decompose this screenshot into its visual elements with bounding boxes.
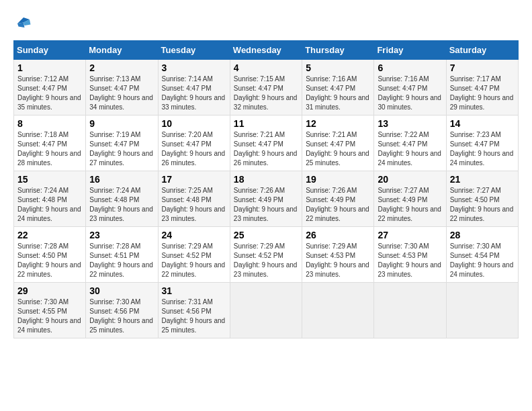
day-cell [446, 283, 518, 338]
day-number: 31 [162, 285, 226, 296]
day-number: 16 [89, 174, 154, 185]
day-info: Sunrise: 7:25 AM Sunset: 4:48 PM Dayligh… [162, 186, 226, 224]
header-sunday: Sunday [14, 41, 86, 60]
day-info: Sunrise: 7:30 AM Sunset: 4:54 PM Dayligh… [450, 242, 515, 279]
day-number: 23 [89, 230, 154, 240]
week-row-5: 29Sunrise: 7:30 AM Sunset: 4:55 PM Dayli… [14, 283, 519, 338]
day-cell: 29Sunrise: 7:30 AM Sunset: 4:55 PM Dayli… [14, 283, 86, 338]
day-number: 9 [89, 118, 154, 129]
header-thursday: Thursday [302, 41, 374, 60]
day-cell: 14Sunrise: 7:23 AM Sunset: 4:47 PM Dayli… [446, 116, 518, 171]
day-number: 28 [450, 230, 515, 240]
day-number: 13 [378, 118, 442, 129]
week-row-4: 22Sunrise: 7:28 AM Sunset: 4:50 PM Dayli… [14, 227, 519, 283]
day-info: Sunrise: 7:28 AM Sunset: 4:50 PM Dayligh… [17, 242, 82, 279]
day-info: Sunrise: 7:13 AM Sunset: 4:47 PM Dayligh… [89, 75, 154, 112]
day-number: 2 [89, 62, 154, 73]
day-cell: 25Sunrise: 7:29 AM Sunset: 4:52 PM Dayli… [230, 227, 302, 283]
week-row-2: 8Sunrise: 7:18 AM Sunset: 4:47 PM Daylig… [14, 116, 519, 171]
day-number: 15 [17, 174, 82, 185]
day-cell: 11Sunrise: 7:21 AM Sunset: 4:47 PM Dayli… [230, 116, 302, 171]
day-number: 8 [17, 118, 82, 129]
day-info: Sunrise: 7:23 AM Sunset: 4:47 PM Dayligh… [450, 130, 515, 168]
day-number: 22 [17, 230, 82, 240]
day-info: Sunrise: 7:27 AM Sunset: 4:50 PM Dayligh… [450, 186, 515, 224]
day-info: Sunrise: 7:24 AM Sunset: 4:48 PM Dayligh… [17, 186, 82, 224]
day-cell: 20Sunrise: 7:27 AM Sunset: 4:49 PM Dayli… [374, 171, 446, 227]
day-number: 12 [306, 118, 370, 129]
day-cell: 5Sunrise: 7:16 AM Sunset: 4:47 PM Daylig… [302, 60, 374, 116]
day-info: Sunrise: 7:17 AM Sunset: 4:47 PM Dayligh… [450, 75, 515, 112]
day-info: Sunrise: 7:21 AM Sunset: 4:47 PM Dayligh… [234, 130, 298, 168]
day-cell: 13Sunrise: 7:22 AM Sunset: 4:47 PM Dayli… [374, 116, 446, 171]
day-cell: 23Sunrise: 7:28 AM Sunset: 4:51 PM Dayli… [86, 227, 158, 283]
day-cell: 6Sunrise: 7:16 AM Sunset: 4:47 PM Daylig… [374, 60, 446, 116]
calendar-body: 1Sunrise: 7:12 AM Sunset: 4:47 PM Daylig… [14, 60, 519, 338]
calendar-header: SundayMondayTuesdayWednesdayThursdayFrid… [14, 41, 519, 60]
logo [13, 13, 36, 34]
day-cell: 28Sunrise: 7:30 AM Sunset: 4:54 PM Dayli… [446, 227, 518, 283]
day-cell: 12Sunrise: 7:21 AM Sunset: 4:47 PM Dayli… [302, 116, 374, 171]
day-number: 30 [89, 285, 154, 296]
header-row: SundayMondayTuesdayWednesdayThursdayFrid… [14, 41, 519, 60]
day-info: Sunrise: 7:15 AM Sunset: 4:47 PM Dayligh… [234, 75, 298, 112]
day-number: 20 [378, 174, 442, 185]
week-row-3: 15Sunrise: 7:24 AM Sunset: 4:48 PM Dayli… [14, 171, 519, 227]
day-cell: 3Sunrise: 7:14 AM Sunset: 4:47 PM Daylig… [158, 60, 230, 116]
day-cell: 9Sunrise: 7:19 AM Sunset: 4:47 PM Daylig… [86, 116, 158, 171]
header-friday: Friday [374, 41, 446, 60]
header-wednesday: Wednesday [230, 41, 302, 60]
day-info: Sunrise: 7:24 AM Sunset: 4:48 PM Dayligh… [89, 186, 154, 224]
day-number: 24 [162, 230, 226, 240]
header-monday: Monday [86, 41, 158, 60]
day-cell: 21Sunrise: 7:27 AM Sunset: 4:50 PM Dayli… [446, 171, 518, 227]
day-number: 21 [450, 174, 515, 185]
day-number: 27 [378, 230, 442, 240]
day-cell: 1Sunrise: 7:12 AM Sunset: 4:47 PM Daylig… [14, 60, 86, 116]
day-info: Sunrise: 7:16 AM Sunset: 4:47 PM Dayligh… [378, 75, 442, 112]
day-number: 25 [234, 230, 298, 240]
day-cell: 27Sunrise: 7:30 AM Sunset: 4:53 PM Dayli… [374, 227, 446, 283]
day-info: Sunrise: 7:29 AM Sunset: 4:52 PM Dayligh… [234, 242, 298, 279]
day-cell: 4Sunrise: 7:15 AM Sunset: 4:47 PM Daylig… [230, 60, 302, 116]
day-cell: 26Sunrise: 7:29 AM Sunset: 4:53 PM Dayli… [302, 227, 374, 283]
day-number: 26 [306, 230, 370, 240]
day-number: 17 [162, 174, 226, 185]
day-cell [374, 283, 446, 338]
day-info: Sunrise: 7:26 AM Sunset: 4:49 PM Dayligh… [306, 186, 370, 224]
day-cell: 19Sunrise: 7:26 AM Sunset: 4:49 PM Dayli… [302, 171, 374, 227]
day-number: 14 [450, 118, 515, 129]
day-info: Sunrise: 7:29 AM Sunset: 4:53 PM Dayligh… [306, 242, 370, 279]
day-number: 5 [306, 62, 370, 73]
logo-icon [13, 13, 34, 34]
day-cell: 2Sunrise: 7:13 AM Sunset: 4:47 PM Daylig… [86, 60, 158, 116]
day-info: Sunrise: 7:21 AM Sunset: 4:47 PM Dayligh… [306, 130, 370, 168]
day-cell: 17Sunrise: 7:25 AM Sunset: 4:48 PM Dayli… [158, 171, 230, 227]
day-number: 11 [234, 118, 298, 129]
header-tuesday: Tuesday [158, 41, 230, 60]
day-number: 4 [234, 62, 298, 73]
page-header [13, 13, 519, 34]
day-cell: 7Sunrise: 7:17 AM Sunset: 4:47 PM Daylig… [446, 60, 518, 116]
day-cell: 31Sunrise: 7:31 AM Sunset: 4:56 PM Dayli… [158, 283, 230, 338]
day-info: Sunrise: 7:30 AM Sunset: 4:53 PM Dayligh… [378, 242, 442, 279]
calendar-table: SundayMondayTuesdayWednesdayThursdayFrid… [13, 40, 519, 338]
day-cell: 16Sunrise: 7:24 AM Sunset: 4:48 PM Dayli… [86, 171, 158, 227]
day-number: 29 [17, 285, 82, 296]
day-info: Sunrise: 7:22 AM Sunset: 4:47 PM Dayligh… [378, 130, 442, 168]
day-info: Sunrise: 7:16 AM Sunset: 4:47 PM Dayligh… [306, 75, 370, 112]
day-number: 7 [450, 62, 515, 73]
day-cell: 30Sunrise: 7:30 AM Sunset: 4:56 PM Dayli… [86, 283, 158, 338]
day-info: Sunrise: 7:18 AM Sunset: 4:47 PM Dayligh… [17, 130, 82, 168]
day-cell: 10Sunrise: 7:20 AM Sunset: 4:47 PM Dayli… [158, 116, 230, 171]
day-info: Sunrise: 7:19 AM Sunset: 4:47 PM Dayligh… [89, 130, 154, 168]
day-number: 6 [378, 62, 442, 73]
day-info: Sunrise: 7:29 AM Sunset: 4:52 PM Dayligh… [162, 242, 226, 279]
day-number: 1 [17, 62, 82, 73]
week-row-1: 1Sunrise: 7:12 AM Sunset: 4:47 PM Daylig… [14, 60, 519, 116]
day-info: Sunrise: 7:28 AM Sunset: 4:51 PM Dayligh… [89, 242, 154, 279]
day-info: Sunrise: 7:30 AM Sunset: 4:55 PM Dayligh… [17, 298, 82, 335]
day-cell: 18Sunrise: 7:26 AM Sunset: 4:49 PM Dayli… [230, 171, 302, 227]
day-info: Sunrise: 7:27 AM Sunset: 4:49 PM Dayligh… [378, 186, 442, 224]
day-number: 10 [162, 118, 226, 129]
